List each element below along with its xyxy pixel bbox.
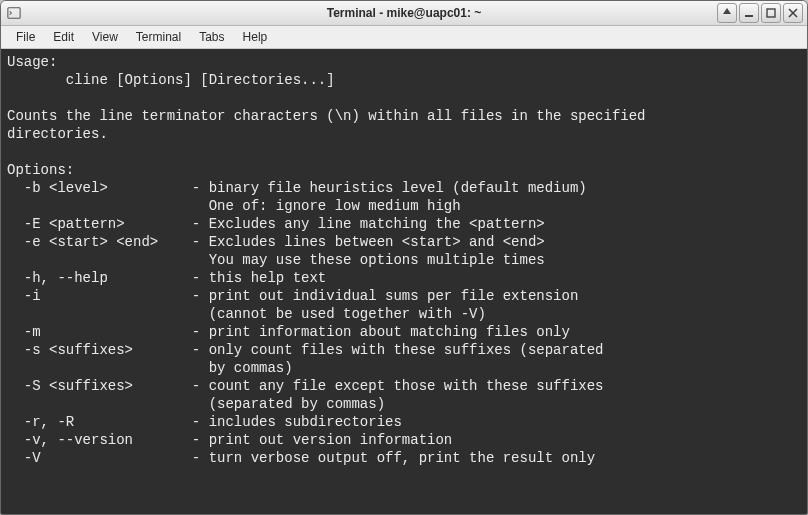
minimize-button[interactable] — [739, 3, 759, 23]
menu-terminal[interactable]: Terminal — [127, 28, 190, 46]
svg-rect-2 — [767, 9, 775, 17]
menu-file[interactable]: File — [7, 28, 44, 46]
menu-tabs[interactable]: Tabs — [190, 28, 233, 46]
terminal-icon — [7, 6, 21, 20]
window-title: Terminal - mike@uapc01: ~ — [327, 6, 482, 20]
svg-rect-1 — [745, 15, 753, 17]
terminal-window: Terminal - mike@uapc01: ~ File Edit View… — [0, 0, 808, 515]
always-on-top-button[interactable] — [717, 3, 737, 23]
maximize-button[interactable] — [761, 3, 781, 23]
menu-edit[interactable]: Edit — [44, 28, 83, 46]
terminal-output[interactable]: Usage: cline [Options] [Directories...] … — [1, 49, 807, 514]
menu-help[interactable]: Help — [234, 28, 277, 46]
menubar: File Edit View Terminal Tabs Help — [1, 26, 807, 49]
svg-rect-0 — [8, 8, 20, 19]
menu-view[interactable]: View — [83, 28, 127, 46]
titlebar[interactable]: Terminal - mike@uapc01: ~ — [1, 1, 807, 26]
window-controls — [717, 3, 803, 23]
close-button[interactable] — [783, 3, 803, 23]
